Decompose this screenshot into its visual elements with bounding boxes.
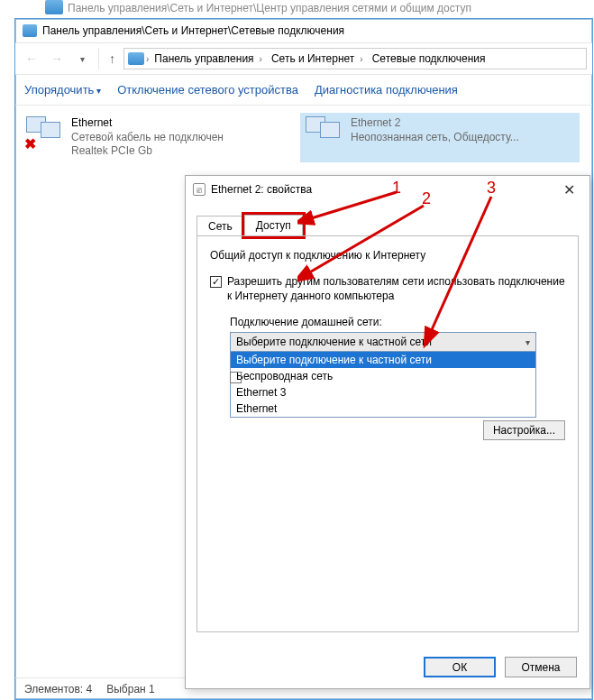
connection-status: Неопознанная сеть, Общедосту...	[351, 131, 519, 145]
command-toolbar: Упорядочить Отключение сетевого устройст…	[15, 75, 592, 106]
connection-text: Ethernet 2 Неопознанная сеть, Общедосту.…	[351, 116, 519, 159]
navigation-bar: ← → ▾ ↑ › Панель управления › Сеть и Инт…	[15, 42, 592, 75]
nav-up-button[interactable]: ↑	[98, 48, 120, 69]
tab-network[interactable]: Сеть	[196, 216, 244, 236]
combo-option[interactable]: Ethernet	[231, 401, 535, 417]
chevron-down-icon: ▾	[525, 337, 530, 347]
breadcrumb-connections[interactable]: Сетевые подключения	[369, 52, 489, 65]
allow-control-row[interactable]	[230, 370, 242, 383]
breadcrumb-label: Сетевые подключения	[372, 52, 486, 65]
connection-item-ethernet[interactable]: ✖ Ethernet Сетевой кабель не подключен R…	[21, 113, 300, 162]
window-title-icon	[23, 24, 37, 37]
organize-menu[interactable]: Упорядочить	[24, 83, 101, 97]
dialog-buttons: ОК Отмена	[424, 657, 577, 677]
allow-sharing-label: Разрешить другим пользователям сети испо…	[227, 274, 565, 303]
connection-status: Сетевой кабель не подключен	[71, 131, 224, 145]
close-button[interactable]: ✕	[555, 179, 582, 200]
window-title: Панель управления\Сеть и Интернет\Сетевы…	[42, 24, 344, 37]
connection-item-ethernet2[interactable]: Ethernet 2 Неопознанная сеть, Общедосту.…	[300, 113, 580, 162]
close-icon: ✕	[563, 181, 575, 198]
combo-dropdown-list: Выберите подключение к частной сети Бесп…	[231, 351, 535, 417]
tab-sharing[interactable]: Доступ	[244, 215, 303, 236]
ics-group-legend: Общий доступ к подключению к Интернету	[210, 249, 565, 262]
dialog-titlebar: ⎚ Ethernet 2: свойства ✕	[186, 176, 589, 203]
connections-list: ✖ Ethernet Сетевой кабель не подключен R…	[15, 106, 592, 170]
background-window-title: Панель управления\Сеть и Интернет\Центр …	[68, 2, 471, 14]
address-bar[interactable]: › Панель управления › Сеть и Интернет › …	[123, 48, 587, 69]
allow-sharing-row[interactable]: ✓ Разрешить другим пользователям сети ис…	[210, 274, 565, 303]
dialog-title: Ethernet 2: свойства	[211, 183, 312, 196]
settings-button[interactable]: Настройка...	[483, 420, 565, 440]
combo-option[interactable]: Беспроводная сеть	[231, 368, 535, 384]
home-connection-label: Подключение домашней сети:	[230, 316, 565, 328]
allow-sharing-checkbox[interactable]: ✓	[210, 276, 222, 288]
network-adapter-icon	[306, 116, 343, 151]
status-elements-count: Элементов: 4	[24, 683, 92, 695]
ics-group: Общий доступ к подключению к Интернету ✓…	[210, 249, 565, 418]
chevron-right-icon: ›	[146, 54, 149, 64]
nav-forward-button[interactable]: →	[46, 48, 68, 69]
ok-button[interactable]: ОК	[424, 657, 496, 677]
breadcrumb-label: Сеть и Интернет	[271, 52, 354, 65]
error-x-icon: ✖	[24, 135, 36, 152]
breadcrumb-label: Панель управления	[154, 52, 253, 65]
background-window-icon	[45, 0, 63, 14]
dialog-tabs: Сеть Доступ	[186, 203, 589, 235]
connection-name: Ethernet	[71, 116, 224, 131]
combo-selected-text: Выберите подключение к частной сети	[236, 336, 432, 348]
home-connection-combo[interactable]: Выберите подключение к частной сети ▾ Вы…	[230, 332, 536, 418]
combo-option[interactable]: Выберите подключение к частной сети	[231, 352, 535, 368]
connection-name: Ethernet 2	[351, 116, 519, 131]
address-bar-icon	[128, 52, 144, 65]
window-titlebar: Панель управления\Сеть и Интернет\Сетевы…	[15, 19, 592, 42]
combo-option[interactable]: Ethernet 3	[231, 384, 535, 401]
breadcrumb-control-panel[interactable]: Панель управления ›	[151, 52, 266, 65]
sharing-tab-panel: Общий доступ к подключению к Интернету ✓…	[196, 235, 579, 632]
combo-selected-value[interactable]: Выберите подключение к частной сети ▾	[231, 333, 535, 351]
connection-text: Ethernet Сетевой кабель не подключен Rea…	[71, 116, 224, 159]
chevron-right-icon: ›	[260, 54, 262, 64]
allow-control-checkbox[interactable]	[230, 372, 242, 383]
network-adapter-icon: ✖	[26, 116, 64, 151]
chevron-right-icon: ›	[360, 54, 362, 64]
cancel-button[interactable]: Отмена	[505, 657, 577, 677]
status-selected-count: Выбран 1	[106, 683, 154, 695]
network-adapter-small-icon: ⎚	[193, 183, 206, 196]
nav-back-button[interactable]: ←	[21, 48, 42, 69]
ethernet2-properties-dialog: ⎚ Ethernet 2: свойства ✕ Сеть Доступ Общ…	[185, 175, 590, 689]
connection-adapter: Realtek PCIe Gb	[71, 144, 224, 159]
nav-history-dropdown[interactable]: ▾	[71, 48, 93, 69]
breadcrumb-network-internet[interactable]: Сеть и Интернет ›	[268, 52, 367, 65]
diagnose-connection-button[interactable]: Диагностика подключения	[315, 83, 458, 97]
disable-device-button[interactable]: Отключение сетевого устройства	[117, 83, 298, 97]
